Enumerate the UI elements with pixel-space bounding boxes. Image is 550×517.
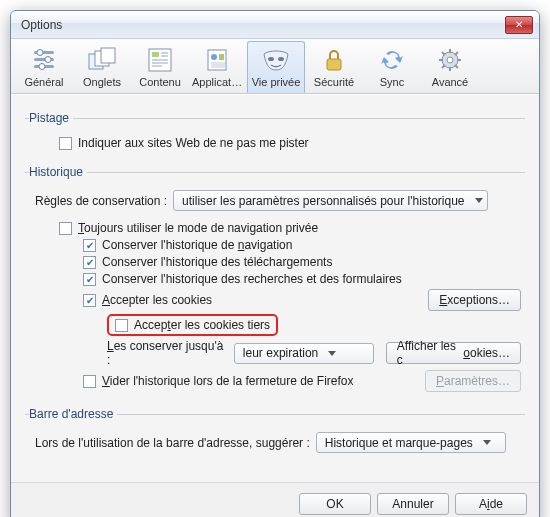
tab-onglets[interactable]: Onglets [73, 41, 131, 93]
panel-body: Pistage Indiquer aux sites Web de ne pas… [11, 94, 539, 482]
help-button[interactable]: Aide [455, 493, 527, 515]
tab-sync[interactable]: Sync [363, 41, 421, 93]
keep-dl-checkbox[interactable] [83, 256, 96, 269]
svg-rect-8 [101, 48, 115, 63]
gear-icon [434, 46, 466, 74]
keep-form-checkbox[interactable] [83, 273, 96, 286]
svg-point-3 [37, 50, 43, 56]
tab-label: Sécurité [308, 76, 360, 88]
svg-rect-10 [152, 52, 159, 57]
section-barre-adresse: Barre d'adresse Lors de l'utilisation de… [25, 407, 525, 460]
svg-rect-11 [161, 52, 168, 54]
locationbar-suggest-select[interactable]: Historique et marque-pages [316, 432, 506, 453]
accept-cookies-label: Accepter les cookies [102, 293, 212, 307]
params-button: Paramètres… [425, 370, 521, 392]
tab-label: Contenu [134, 76, 186, 88]
content-icon [144, 46, 176, 74]
clear-on-close-label: Vider l'historique lors de la fermeture … [102, 374, 354, 388]
lock-icon [318, 46, 350, 74]
svg-point-21 [278, 57, 284, 61]
svg-rect-13 [152, 59, 168, 61]
tab-contenu[interactable]: Contenu [131, 41, 189, 93]
select-value: Historique et marque-pages [325, 436, 473, 450]
category-toolbar: Général Onglets Contenu Applications Vie… [11, 39, 539, 94]
third-party-highlight: Accepter les cookies tiers [107, 314, 278, 336]
svg-line-32 [442, 65, 445, 68]
close-button[interactable]: ✕ [505, 16, 533, 34]
ok-button[interactable]: OK [299, 493, 371, 515]
tab-label: Vie privée [250, 76, 302, 88]
locationbar-suggest-label: Lors de l'utilisation de la barre d'adre… [35, 436, 310, 450]
sync-icon [376, 46, 408, 74]
tab-securite[interactable]: Sécurité [305, 41, 363, 93]
chevron-down-icon [328, 351, 336, 356]
chevron-down-icon [475, 198, 483, 203]
options-window: Options ✕ Général Onglets Contenu Applic… [10, 10, 540, 517]
tab-general[interactable]: Général [15, 41, 73, 93]
svg-line-29 [442, 52, 445, 55]
history-rules-select[interactable]: utiliser les paramètres personnalisés po… [173, 190, 487, 211]
dialog-footer: OK Annuler Aide [11, 482, 539, 517]
dnt-checkbox[interactable] [59, 137, 72, 150]
slider-icon [28, 46, 60, 74]
svg-rect-15 [152, 65, 162, 67]
section-title: Pistage [29, 111, 73, 125]
svg-rect-22 [327, 59, 341, 70]
cancel-button[interactable]: Annuler [377, 493, 449, 515]
keep-nav-label: Conserver l'historique de navigation [102, 238, 292, 252]
always-private-label: Toujours utiliser le mode de navigation … [78, 221, 318, 235]
svg-rect-18 [219, 54, 224, 60]
tab-label: Onglets [76, 76, 128, 88]
svg-point-17 [211, 54, 217, 60]
svg-point-20 [268, 57, 274, 61]
tab-label: Sync [366, 76, 418, 88]
svg-line-31 [455, 52, 458, 55]
section-title: Historique [29, 165, 87, 179]
always-private-checkbox[interactable] [59, 222, 72, 235]
window-title: Options [21, 18, 62, 32]
accept-third-party-checkbox[interactable] [115, 319, 128, 332]
section-pistage: Pistage Indiquer aux sites Web de ne pas… [25, 111, 525, 157]
svg-rect-14 [152, 62, 168, 64]
svg-rect-19 [211, 62, 225, 68]
tab-label: Général [18, 76, 70, 88]
tab-avance[interactable]: Avancé [421, 41, 479, 93]
chevron-down-icon [483, 440, 491, 445]
tab-vie-privee[interactable]: Vie privée [247, 41, 305, 93]
section-title: Barre d'adresse [29, 407, 117, 421]
keep-form-label: Conserver l'historique des recherches et… [102, 272, 402, 286]
mask-icon [260, 46, 292, 74]
svg-point-24 [447, 57, 453, 63]
keep-nav-checkbox[interactable] [83, 239, 96, 252]
clear-on-close-checkbox[interactable] [83, 375, 96, 388]
svg-point-4 [45, 57, 51, 63]
section-historique: Historique Règles de conservation : util… [25, 165, 525, 399]
exceptions-button[interactable]: Exceptions… [428, 289, 521, 311]
keep-until-select[interactable]: leur expiration [234, 343, 374, 364]
select-value: leur expiration [243, 346, 318, 360]
dnt-label: Indiquer aux sites Web de ne pas me pist… [78, 136, 309, 150]
select-value: utiliser les paramètres personnalisés po… [182, 194, 464, 208]
svg-line-30 [455, 65, 458, 68]
accept-third-party-label: Accepter les cookies tiers [134, 318, 270, 332]
show-cookies-button[interactable]: Afficher les cookies… [386, 342, 521, 364]
svg-point-5 [39, 64, 45, 70]
tabs-icon [86, 46, 118, 74]
keep-dl-label: Conserver l'historique des téléchargemen… [102, 255, 332, 269]
history-rules-label: Règles de conservation : [35, 194, 167, 208]
titlebar: Options ✕ [11, 11, 539, 39]
window-controls: ✕ [503, 16, 533, 34]
apps-icon [202, 46, 234, 74]
accept-cookies-checkbox[interactable] [83, 294, 96, 307]
tab-label: Applications [192, 76, 244, 88]
tab-label: Avancé [424, 76, 476, 88]
tab-applications[interactable]: Applications [189, 41, 247, 93]
svg-rect-12 [161, 55, 168, 57]
keep-until-label: Les conserver jusqu'à : [107, 339, 228, 367]
